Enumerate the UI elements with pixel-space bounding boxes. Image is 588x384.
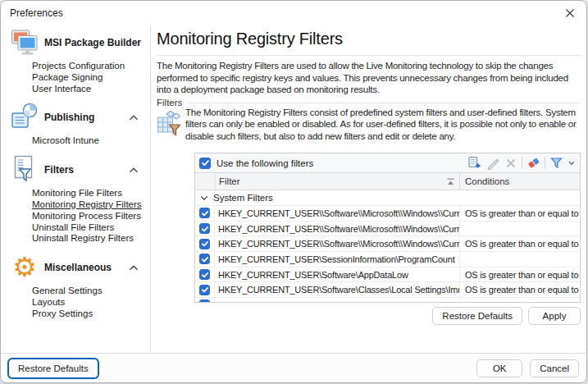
sidebar-item[interactable]: Proxy Settings [32, 309, 150, 320]
filter-cell: HKEY_CURRENT_USER\Software\Classes\Local… [215, 300, 459, 302]
chevron-down-icon [200, 195, 208, 201]
table-row[interactable]: HKEY_CURRENT_USER\\Software\\Microsoft\\… [195, 206, 580, 222]
table-row[interactable]: HKEY_CURRENT_USER\\Software\\Microsoft\\… [195, 236, 580, 252]
sidebar-item[interactable]: Monitoring File Filters [32, 188, 150, 199]
sidebar-item[interactable]: Microsoft Intune [32, 135, 150, 147]
close-button[interactable] [560, 4, 580, 22]
cancel-button[interactable]: Cancel [530, 359, 579, 377]
filter-menu-dropdown[interactable] [567, 156, 576, 170]
column-header-filter[interactable]: Filter [215, 173, 459, 190]
sidebar-item[interactable]: Uninstall Registry Filters [32, 233, 150, 245]
close-icon [565, 8, 575, 18]
sidebar-group-msi-package-builder[interactable]: MSI Package Builder [1, 27, 150, 58]
sort-ascending-icon [446, 178, 455, 185]
dialog-footer: Restore Defaults OK Cancel [1, 353, 586, 382]
ok-button[interactable]: OK [476, 359, 522, 377]
sidebar-item[interactable]: Monitoring Process Filters [32, 211, 150, 222]
filters-section-description: The Monitoring Registry Filters consist … [185, 107, 580, 142]
sidebar-item[interactable]: Uninstall File Filters [32, 222, 150, 234]
sidebar-item[interactable]: Package Signing [32, 72, 150, 84]
title-divider [157, 55, 581, 56]
preferences-dialog: Preferences MSI Package Builder [0, 0, 587, 383]
filter-cell: HKEY_CURRENT_USER\\Software\\Microsoft\\… [215, 208, 459, 218]
filter-cell: HKEY_CURRENT_USER\\Software\\Microsoft\\… [215, 224, 459, 234]
conditions-cell: OS is greater than or equal to W [459, 267, 580, 282]
sidebar-group-items: Monitoring File FiltersMonitoring Regist… [1, 185, 150, 252]
edit-filter-icon [486, 157, 499, 170]
sidebar-group-label: Filters [44, 164, 129, 176]
restore-defaults-button[interactable]: Restore Defaults [432, 307, 522, 325]
filters-info: The Monitoring Registry Filters consist … [157, 107, 580, 142]
filter-menu-button[interactable] [549, 156, 563, 170]
row-checkbox[interactable] [195, 252, 215, 267]
sidebar-item[interactable]: Layouts [32, 297, 150, 309]
table-row[interactable]: HKEY_CURRENT_USER\\Software\\Microsoft\\… [195, 222, 580, 237]
sidebar-item[interactable]: User Interface [32, 84, 150, 95]
panel-buttons: Restore Defaults Apply [432, 307, 581, 325]
conditions-cell: OS is greater than or equal to W [459, 236, 580, 251]
sidebar-group-filters[interactable]: Filters [1, 154, 150, 185]
row-checkbox[interactable] [195, 267, 215, 282]
filter-cell: HKEY_CURRENT_USER\Software\AppDataLow [215, 270, 459, 280]
chevron-down-icon [568, 161, 575, 166]
sidebar-group-miscellaneous[interactable]: ⚙ Miscellaneous [1, 252, 150, 283]
section-divider [188, 103, 581, 103]
gear-icon: ⚙ [9, 253, 40, 282]
row-checkbox[interactable] [195, 282, 215, 297]
chevron-up-icon [129, 167, 139, 174]
eraser-icon [526, 156, 540, 170]
toolbar-separator [545, 157, 545, 169]
delete-filter-icon [505, 158, 517, 169]
table-row[interactable]: HKEY_CURRENT_USER\Software\AppDataLow OS… [195, 267, 580, 283]
monitors-icon [9, 28, 40, 57]
sidebar-item[interactable]: Projects Configuration [32, 61, 150, 72]
sidebar-group-label: Miscellaneous [44, 262, 129, 273]
sidebar-group-label: Publishing [44, 112, 129, 123]
publish-globe-icon [9, 103, 40, 132]
use-filters-checkbox[interactable] [199, 158, 211, 169]
filter-cell: HKEY_CURRENT_USER\SessionInformation\Pro… [215, 254, 459, 264]
add-filter-button[interactable] [467, 156, 481, 170]
sidebar-group-publishing[interactable]: Publishing [1, 102, 150, 133]
filter-cell: HKEY_CURRENT_USER\\Software\\Microsoft\\… [215, 239, 459, 249]
conditions-cell: OS is greater than or equal to W [459, 298, 580, 302]
filter-cell: HKEY_CURRENT_USER\Software\Classes\Local… [215, 285, 459, 295]
table-row[interactable]: HKEY_CURRENT_USER\Software\Classes\Local… [195, 298, 580, 302]
table-row[interactable]: HKEY_CURRENT_USER\Software\Classes\Local… [195, 282, 580, 298]
conditions-cell: OS is greater than or equal to W [459, 206, 580, 221]
chevron-up-icon [129, 114, 139, 121]
sidebar-group-label: MSI Package Builder [44, 37, 141, 48]
delete-filter-button[interactable] [504, 156, 517, 170]
filter-toolbar-buttons [467, 156, 576, 170]
table-rows: HKEY_CURRENT_USER\\Software\\Microsoft\\… [195, 206, 580, 302]
row-checkbox[interactable] [195, 236, 215, 251]
page-title: Monitoring Registry Filters [157, 30, 343, 48]
row-checkbox[interactable] [195, 222, 215, 236]
edit-filter-button[interactable] [485, 156, 499, 170]
group-label: System Filters [213, 193, 273, 203]
chevron-up-icon [129, 264, 139, 272]
sidebar: MSI Package Builder Projects Configurati… [1, 25, 151, 353]
sidebar-group-items: General SettingsLayoutsProxy Settings [1, 283, 150, 327]
page-description: The Monitoring Registry Filters are used… [157, 60, 581, 96]
add-filter-icon [467, 156, 481, 170]
funnel-filter-icon [550, 157, 563, 169]
toolbar-separator [522, 157, 522, 169]
settings-page: Monitoring Registry Filters The Monitori… [151, 25, 586, 353]
restore-defaults-footer-button[interactable]: Restore Defaults [8, 359, 98, 378]
row-checkbox[interactable] [195, 206, 215, 221]
conditions-cell: OS is greater than or equal to W [459, 282, 580, 297]
table-column-headers: Filter Conditions [195, 173, 580, 190]
sidebar-item[interactable]: General Settings [32, 286, 150, 297]
row-checkbox[interactable] [195, 298, 215, 302]
use-filters-label: Use the following filters [217, 158, 467, 168]
erase-filters-button[interactable] [526, 156, 540, 170]
table-row[interactable]: HKEY_CURRENT_USER\SessionInformation\Pro… [195, 252, 580, 267]
group-row-system-filters[interactable]: System Filters [195, 190, 580, 206]
window-title: Preferences [10, 7, 63, 19]
column-header-conditions[interactable]: Conditions [459, 173, 580, 190]
registry-filter-icon [157, 109, 181, 137]
conditions-cell [459, 252, 580, 267]
apply-button[interactable]: Apply [528, 307, 581, 325]
sidebar-item[interactable]: Monitoring Registry Filters [32, 199, 150, 211]
